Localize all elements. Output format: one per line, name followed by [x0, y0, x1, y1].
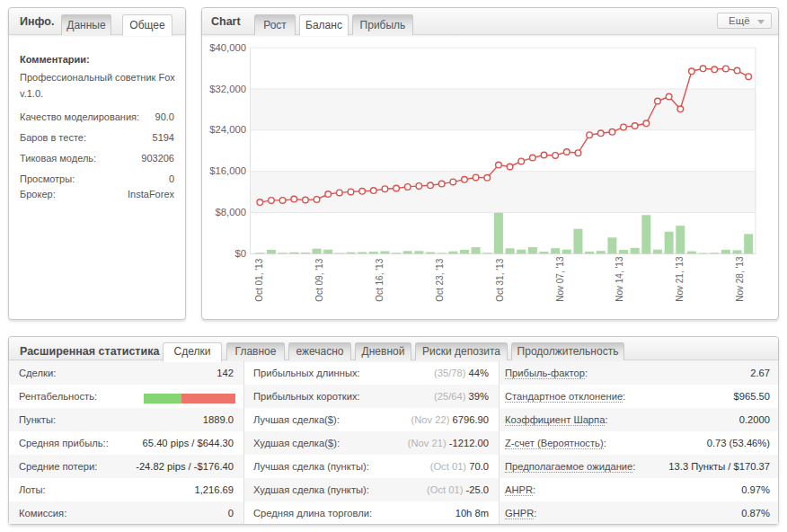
- svg-text:$8,000: $8,000: [215, 207, 246, 217]
- svg-text:Nov 07, '13: Nov 07, '13: [555, 256, 565, 302]
- svg-text:$32,000: $32,000: [209, 84, 246, 94]
- svg-text:$16,000: $16,000: [209, 165, 246, 176]
- svg-text:Oct 23, '13: Oct 23, '13: [435, 258, 445, 301]
- svg-text:Oct 09, '13: Oct 09, '13: [314, 258, 324, 301]
- svg-text:$24,000: $24,000: [209, 124, 246, 135]
- svg-text:Oct 16, '13: Oct 16, '13: [375, 258, 385, 301]
- svg-text:Nov 28, '13: Nov 28, '13: [735, 256, 745, 302]
- svg-text:$0: $0: [234, 248, 246, 259]
- svg-text:Oct 01, '13: Oct 01, '13: [254, 258, 264, 301]
- svg-text:Oct 31, '13: Oct 31, '13: [495, 258, 505, 301]
- svg-text:$40,000: $40,000: [209, 42, 246, 53]
- svg-text:Nov 21, '13: Nov 21, '13: [675, 256, 685, 302]
- svg-text:Nov 14, '13: Nov 14, '13: [615, 256, 624, 302]
